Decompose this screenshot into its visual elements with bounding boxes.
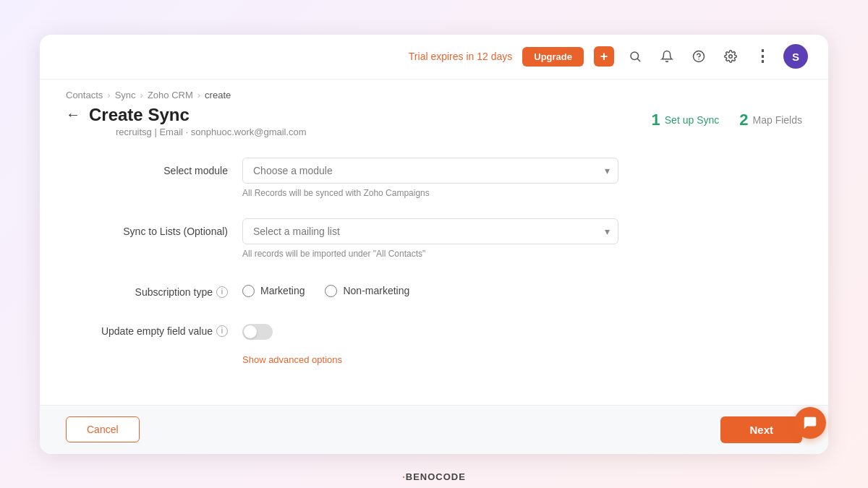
- settings-icon[interactable]: [720, 46, 741, 67]
- nonmarketing-radio-option[interactable]: Non-marketing: [325, 285, 409, 297]
- sync-lists-label: Sync to Lists (Optional): [98, 218, 228, 237]
- update-empty-toggle[interactable]: [242, 324, 273, 340]
- update-empty-toggle-wrap: [242, 318, 618, 340]
- trial-text: Trial expires in 12 days: [409, 51, 512, 62]
- notifications-icon[interactable]: [656, 46, 678, 67]
- step-2-label: Map Fields: [753, 114, 802, 126]
- page-title: Create Sync: [89, 105, 190, 125]
- select-module-row: Select module Choose a module ▾ All Reco…: [98, 158, 770, 198]
- breadcrumb-sync[interactable]: Sync: [115, 90, 136, 100]
- brand-bar: ·BENOCODE: [402, 471, 466, 482]
- select-module-label: Select module: [98, 158, 228, 176]
- sync-lists-hint: All records will be imported under "All …: [242, 249, 618, 259]
- nonmarketing-radio[interactable]: [325, 285, 337, 297]
- subscription-type-control: Marketing Non-marketing: [242, 279, 618, 297]
- breadcrumb-create: create: [205, 90, 231, 100]
- sync-lists-row: Sync to Lists (Optional) Select a mailin…: [98, 218, 770, 259]
- breadcrumb-sep-1: ›: [107, 90, 110, 100]
- subscription-type-row: Subscription type i Marketing Non-market…: [98, 279, 770, 298]
- brand-name: BENOCODE: [406, 471, 466, 482]
- subscription-info-icon[interactable]: i: [216, 286, 228, 298]
- marketing-label: Marketing: [260, 285, 305, 296]
- update-empty-row: Update empty field value i: [98, 318, 770, 340]
- select-module-hint: All Records will be synced with Zoho Cam…: [242, 188, 618, 198]
- breadcrumb-sep-2: ›: [140, 90, 143, 100]
- step-1: 1 Set up Sync: [652, 111, 720, 129]
- form-area: Select module Choose a module ▾ All Reco…: [40, 137, 828, 405]
- breadcrumb: Contacts › Sync › Zoho CRM › create: [40, 80, 828, 100]
- svg-line-1: [637, 59, 639, 61]
- help-icon[interactable]: [688, 46, 710, 67]
- show-advanced-options[interactable]: Show advanced options: [98, 354, 770, 365]
- topbar: Trial expires in 12 days Upgrade + ⋮ S: [40, 35, 828, 80]
- search-icon[interactable]: [624, 46, 646, 67]
- avatar[interactable]: S: [783, 44, 808, 69]
- subscription-radio-group: Marketing Non-marketing: [242, 279, 618, 297]
- marketing-radio[interactable]: [242, 285, 255, 297]
- step-2-num: 2: [739, 111, 748, 129]
- step-1-label: Set up Sync: [665, 114, 720, 126]
- select-module-dropdown[interactable]: Choose a module: [242, 158, 618, 184]
- select-module-control: Choose a module ▾ All Records will be sy…: [242, 158, 618, 198]
- toggle-knob: [244, 325, 257, 338]
- add-button[interactable]: +: [594, 46, 614, 67]
- update-empty-control: [242, 318, 618, 340]
- cancel-button[interactable]: Cancel: [66, 416, 140, 442]
- more-icon[interactable]: ⋮: [752, 46, 773, 67]
- breadcrumb-sep-3: ›: [197, 90, 200, 100]
- subscription-type-label: Subscription type: [135, 286, 213, 298]
- upgrade-button[interactable]: Upgrade: [522, 47, 584, 67]
- update-empty-label: Update empty field value: [101, 325, 213, 337]
- footer: Cancel Next: [40, 405, 828, 454]
- chat-bubble[interactable]: [794, 407, 826, 439]
- svg-point-4: [729, 55, 733, 59]
- breadcrumb-contacts[interactable]: Contacts: [66, 90, 103, 100]
- update-empty-info-icon[interactable]: i: [216, 325, 228, 337]
- sync-lists-dropdown[interactable]: Select a mailing list: [242, 218, 618, 244]
- subscription-type-label-wrap: Subscription type i: [98, 279, 228, 298]
- sync-lists-control: Select a mailing list ▾ All records will…: [242, 218, 618, 259]
- step-2: 2 Map Fields: [739, 111, 802, 129]
- page-subtitle: recruitsg | Email · sonphuoc.work@gmail.…: [66, 127, 652, 137]
- back-button[interactable]: ←: [66, 106, 80, 123]
- next-button[interactable]: Next: [720, 416, 802, 443]
- breadcrumb-zohocrm[interactable]: Zoho CRM: [148, 90, 193, 100]
- nonmarketing-label: Non-marketing: [343, 285, 409, 296]
- step-1-num: 1: [652, 111, 660, 129]
- marketing-radio-option[interactable]: Marketing: [242, 285, 305, 297]
- svg-point-0: [631, 52, 639, 60]
- update-empty-label-wrap: Update empty field value i: [98, 318, 228, 337]
